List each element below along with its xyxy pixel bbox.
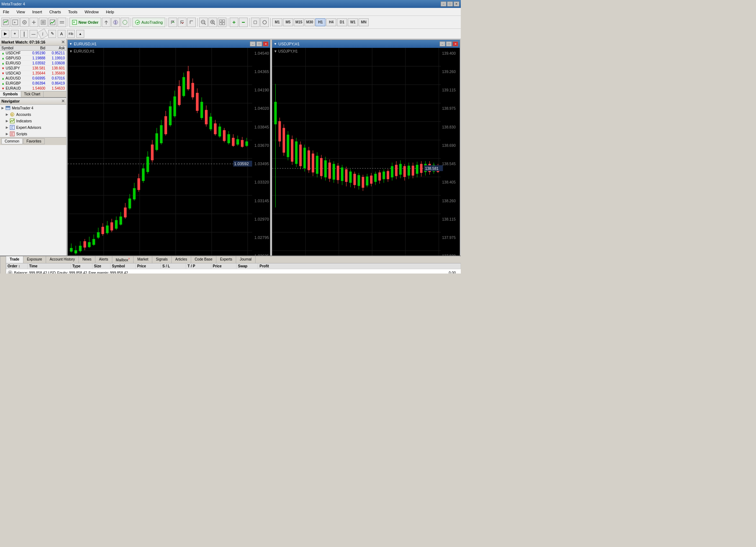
- menu-view[interactable]: View: [15, 9, 27, 15]
- toolbar-btn-14[interactable]: [230, 18, 238, 27]
- nav-metatrader4[interactable]: ▶ MetaTrader 4: [0, 105, 66, 111]
- nav-accounts[interactable]: ▶ $ Accounts: [0, 111, 66, 118]
- menu-help[interactable]: Help: [104, 9, 116, 15]
- term-tab-market[interactable]: Market: [134, 256, 152, 263]
- tab-tick-chart[interactable]: Tick Chart: [21, 91, 44, 97]
- maximize-button[interactable]: □: [447, 1, 453, 6]
- term-tab-articles[interactable]: Articles: [172, 256, 191, 263]
- cursor-tool[interactable]: ▶: [1, 30, 9, 38]
- toolbar-btn-9[interactable]: $: [111, 18, 120, 27]
- nav-scripts[interactable]: ▶ Scripts: [0, 131, 66, 137]
- svg-text:1.03320: 1.03320: [255, 180, 269, 184]
- svg-rect-86: [106, 226, 108, 233]
- nav-tab-common[interactable]: Common: [1, 138, 23, 144]
- menu-charts[interactable]: Charts: [48, 9, 62, 15]
- toolbar-btn-12[interactable]: [178, 18, 186, 27]
- toolbar-btn-13[interactable]: [187, 18, 196, 27]
- chart-zoom-in-button[interactable]: +: [11, 18, 19, 27]
- menu-file[interactable]: File: [1, 9, 11, 15]
- tile-windows-button[interactable]: [218, 18, 226, 27]
- bid-gbpusd: 1.19888: [27, 56, 47, 61]
- toolbar-btn-16[interactable]: [251, 18, 260, 27]
- toolbar-btn-4[interactable]: [30, 18, 38, 27]
- market-watch-panel: Market Watch: 07:16:16 ✕ Symbol Bid Ask …: [0, 39, 66, 98]
- new-chart-button[interactable]: [1, 18, 10, 27]
- market-row-eurgbp[interactable]: ▲ EURGBP 0.86394 0.86419: [0, 81, 66, 86]
- toolbar-btn-5[interactable]: [39, 18, 48, 27]
- chart-eurusd: ▼ EURUSD,H1 – □ ✕: [67, 40, 270, 256]
- color-selector[interactable]: ▲: [76, 30, 84, 38]
- term-tab-journal[interactable]: Journal: [236, 256, 256, 263]
- term-tab-experts[interactable]: Experts: [216, 256, 236, 263]
- nav-indicators[interactable]: ▶ Indicators: [0, 118, 66, 124]
- svg-rect-110: [160, 125, 162, 143]
- toolbar-btn-6[interactable]: [48, 18, 57, 27]
- tf-h1[interactable]: H1: [315, 18, 325, 26]
- zoom-out-button[interactable]: [199, 18, 208, 27]
- market-row-euraud[interactable]: ▼ EURAUD 1.54600 1.54633: [0, 86, 66, 91]
- close-button[interactable]: ✕: [454, 1, 459, 6]
- tf-h4[interactable]: H4: [326, 18, 336, 26]
- svg-line-17: [204, 23, 206, 24]
- line-tool[interactable]: |: [20, 30, 28, 38]
- nav-tab-favorites[interactable]: Favorites: [23, 138, 45, 144]
- menu-window[interactable]: Window: [83, 9, 100, 15]
- tf-d1[interactable]: D1: [337, 18, 347, 26]
- nav-expert-advisors[interactable]: ▶ Expert Advisors: [0, 124, 66, 131]
- market-row-usdcad[interactable]: ▼ USDCAD 1.35644 1.35669: [0, 71, 66, 76]
- minimize-button[interactable]: –: [441, 1, 446, 6]
- tab-symbols[interactable]: Symbols: [0, 91, 21, 97]
- chart-eurusd-minimize[interactable]: –: [250, 41, 256, 46]
- chart-eurusd-maximize[interactable]: □: [256, 41, 262, 46]
- market-row-gbpusd[interactable]: ▲ GBPUSD 1.19888 1.19910: [0, 56, 66, 61]
- toolbar-btn-15[interactable]: [239, 18, 248, 27]
- hline-tool[interactable]: —: [30, 30, 37, 38]
- toolbar-btn-3[interactable]: [20, 18, 29, 27]
- market-row-usdjpy[interactable]: ▼ USDJPY 138.581 138.601: [0, 66, 66, 71]
- term-tab-code-base[interactable]: Code Base: [191, 256, 216, 263]
- term-tab-mailbox[interactable]: Mailbox7: [112, 256, 134, 263]
- market-row-eurusd[interactable]: ▲ EURUSD 1.03592 1.03608: [0, 61, 66, 66]
- autotrading-button[interactable]: AutoTrading: [132, 18, 166, 27]
- term-tab-alerts[interactable]: Alerts: [95, 256, 112, 263]
- tf-w1[interactable]: W1: [348, 18, 358, 26]
- toolbar-btn-10[interactable]: [121, 18, 129, 27]
- symbol-eurgbp: ▲ EURGBP: [0, 81, 27, 86]
- pencil-tool[interactable]: ✎: [48, 30, 56, 38]
- terminal-sidebar-label[interactable]: Terminal: [0, 256, 6, 274]
- crosshair-tool[interactable]: ⌖: [11, 30, 19, 38]
- svg-rect-78: [88, 242, 90, 247]
- col-price: Price: [136, 263, 161, 269]
- chart-eurusd-close[interactable]: ✕: [263, 41, 269, 46]
- new-order-button[interactable]: + New Order: [69, 18, 101, 27]
- term-tab-signals[interactable]: Signals: [152, 256, 172, 263]
- market-watch-close[interactable]: ✕: [61, 40, 65, 45]
- market-row-audusd[interactable]: ▲ AUDUSD 0.66995 0.67016: [0, 76, 66, 81]
- term-tab-exposure[interactable]: Exposure: [23, 256, 46, 263]
- chart-usdjpy-minimize[interactable]: –: [440, 41, 445, 46]
- chart-eurusd-content[interactable]: 1.04540 1.04365 1.04190 1.04020 1.03845 …: [68, 48, 270, 256]
- tf-m30[interactable]: M30: [305, 18, 315, 26]
- chart-usdjpy-content[interactable]: 139.400 139.260 139.115 138.975 138.830 …: [272, 48, 460, 256]
- fibrec-tool[interactable]: Fib: [67, 30, 75, 38]
- text-tool[interactable]: A: [58, 30, 66, 38]
- term-tab-trade[interactable]: Trade: [6, 256, 23, 263]
- toolbar-btn-7[interactable]: [58, 18, 66, 27]
- zoom-in-button[interactable]: [208, 18, 217, 27]
- market-row-usdchf[interactable]: ▲ USDCHF 0.95190 0.95211: [0, 51, 66, 56]
- term-tab-news[interactable]: News: [79, 256, 95, 263]
- tf-m1[interactable]: M1: [272, 18, 282, 26]
- toolbar-btn-17[interactable]: [260, 18, 269, 27]
- navigator-close[interactable]: ✕: [61, 99, 65, 104]
- tf-m15[interactable]: M15: [294, 18, 304, 26]
- menu-tools[interactable]: Tools: [67, 9, 79, 15]
- menu-insert[interactable]: Insert: [31, 9, 44, 15]
- chart-usdjpy-close[interactable]: ✕: [453, 41, 458, 46]
- chart-usdjpy-maximize[interactable]: □: [446, 41, 452, 46]
- trendline-tool[interactable]: ⁄: [37, 28, 48, 39]
- toolbar-btn-8[interactable]: [102, 18, 111, 27]
- term-tab-account-history[interactable]: Account History: [46, 256, 79, 263]
- tf-mn[interactable]: MN: [359, 18, 369, 26]
- tf-m5[interactable]: M5: [283, 18, 293, 26]
- toolbar-btn-11[interactable]: [168, 18, 177, 27]
